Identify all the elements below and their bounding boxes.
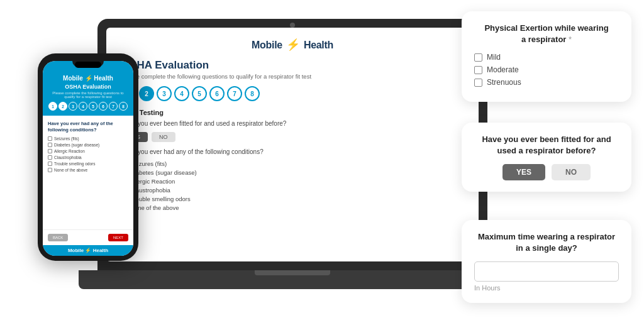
phone-notch — [72, 58, 104, 67]
ph-checkbox-allergic[interactable] — [48, 149, 52, 153]
phone-footer-buttons: BACK NEXT — [43, 229, 133, 245]
laptop-screen: Mobile ⚡ Health OSHA Evaluation Please c… — [106, 28, 479, 261]
phone-form-title: OSHA Evaluation — [48, 84, 128, 90]
popup-physical-title: Physical Exertion while wearinga respira… — [474, 23, 619, 45]
step-2: 2 — [139, 86, 154, 101]
popup-physical-required: * — [569, 35, 572, 44]
phone-next-button[interactable]: NEXT — [108, 234, 128, 241]
ph-step-3: 3 — [69, 102, 77, 111]
popup-maximum-hint: In Hours — [474, 284, 619, 292]
ph-condition-allergic[interactable]: Allergic Reaction — [48, 149, 128, 153]
ph-condition-seizures[interactable]: Seizures (fits) — [48, 136, 128, 141]
ph-step-2: 2 — [58, 102, 67, 111]
laptop-yes-no: YES NO — [121, 132, 464, 142]
popup-fitted-no-button[interactable]: NO — [552, 164, 591, 180]
laptop-screen-content: Mobile ⚡ Health OSHA Evaluation Please c… — [106, 28, 479, 261]
laptop-logo-text: Mobile ⚡ Health — [252, 38, 333, 52]
phone-logo: Mobile ⚡ Health — [48, 75, 128, 82]
phone-device: Mobile ⚡ Health OSHA Evaluation Please c… — [38, 53, 138, 261]
ph-step-7: 7 — [109, 102, 118, 111]
step-7: 7 — [227, 86, 242, 101]
condition-allergic[interactable]: Allergic Reaction — [121, 178, 464, 185]
scene: Mobile ⚡ Health OSHA Evaluation Please c… — [0, 0, 644, 335]
step-3: 3 — [157, 86, 172, 101]
popup-maximum-time: Maximum time wearing a respirator in a s… — [462, 220, 631, 303]
option-moderate[interactable]: Moderate — [474, 65, 619, 74]
ph-condition-diabetes[interactable]: Diabetes (sugar disease) — [48, 143, 128, 147]
ph-condition-none[interactable]: None of the above — [48, 168, 128, 172]
ph-step-4: 4 — [79, 102, 87, 111]
laptop-base — [79, 270, 506, 289]
laptop-conditions-list: Seizures (fits) Diabetes (sugar disease)… — [121, 160, 464, 211]
laptop-logo-icon: ⚡ — [286, 38, 300, 51]
phone-bottom-bar: Mobile ⚡ Health — [43, 245, 133, 256]
phone-question: Have you ever had any of the following c… — [48, 121, 128, 133]
phone-screen: Mobile ⚡ Health OSHA Evaluation Please c… — [43, 61, 133, 256]
popup-fitted-respirator: Have you ever been fitted for and used a… — [462, 123, 631, 192]
step-5: 5 — [192, 86, 207, 101]
ph-step-6: 6 — [99, 102, 108, 111]
label-moderate: Moderate — [487, 65, 519, 74]
phone-bottom-logo-icon: ⚡ — [85, 248, 91, 253]
ph-checkbox-trouble-smell[interactable] — [48, 162, 52, 166]
checkbox-strenuous[interactable] — [474, 79, 482, 87]
laptop-no-button[interactable]: NO — [152, 132, 175, 142]
condition-diabetes[interactable]: Diabetes (sugar disease) — [121, 169, 464, 176]
phone-logo-icon: ⚡ — [85, 75, 92, 82]
laptop-question2: Have you ever had any of the following c… — [121, 148, 464, 155]
laptop-section-label: Prior Testing — [121, 109, 464, 116]
condition-trouble-smell[interactable]: Trouble smelling odors — [121, 195, 464, 202]
phone-form-subtitle: Please complete the following questions … — [48, 91, 128, 99]
option-strenuous[interactable]: Strenuous — [474, 78, 619, 87]
laptop-device: Mobile ⚡ Health OSHA Evaluation Please c… — [97, 19, 487, 289]
label-mild: Mild — [487, 53, 501, 62]
popup-physical-exertion: Physical Exertion while wearinga respira… — [462, 11, 631, 102]
ph-condition-trouble-smell[interactable]: Trouble smelling odors — [48, 162, 128, 166]
option-mild[interactable]: Mild — [474, 53, 619, 62]
ph-step-1: 1 — [48, 102, 57, 111]
checkbox-mild[interactable] — [474, 53, 482, 62]
label-strenuous: Strenuous — [487, 78, 521, 87]
ph-condition-claustrophobia[interactable]: Claustrophobia — [48, 155, 128, 160]
ph-step-5: 5 — [89, 102, 97, 111]
popup-fitted-yes-button[interactable]: YES — [502, 164, 545, 180]
ph-checkbox-diabetes[interactable] — [48, 143, 52, 147]
step-4: 4 — [174, 86, 189, 101]
phone-header: Mobile ⚡ Health OSHA Evaluation Please c… — [43, 61, 133, 116]
ph-checkbox-seizures[interactable] — [48, 136, 52, 141]
laptop-camera — [290, 23, 295, 28]
step-6: 6 — [209, 86, 225, 101]
laptop-form-title: OSHA Evaluation — [121, 59, 464, 72]
phone-bottom-logo: Mobile ⚡ Health — [48, 248, 128, 253]
popup-physical-options: Mild Moderate Strenuous — [474, 53, 619, 87]
ph-step-8: 8 — [119, 102, 128, 111]
laptop-logo: Mobile ⚡ Health — [121, 38, 464, 52]
step-8: 8 — [245, 86, 260, 101]
condition-none[interactable]: None of the above — [121, 204, 464, 211]
phone-conditions-list: Seizures (fits) Diabetes (sugar disease)… — [48, 136, 128, 172]
laptop-step-indicator: 1 2 3 4 5 6 7 8 — [121, 86, 464, 101]
laptop-body: Mobile ⚡ Health OSHA Evaluation Please c… — [97, 19, 487, 270]
phone-body: Have you ever had any of the following c… — [43, 116, 133, 229]
ph-checkbox-claustrophobia[interactable] — [48, 155, 52, 160]
laptop-question1: Have you ever been fitted for and used a… — [121, 120, 464, 127]
popup-fitted-yes-no: YES NO — [474, 164, 619, 180]
popup-maximum-title: Maximum time wearing a respirator in a s… — [474, 231, 619, 254]
laptop-form-subtitle: Please complete the following questions … — [121, 73, 464, 80]
phone-notch-pill — [75, 62, 101, 68]
phone-step-indicator: 1 2 3 4 5 6 7 8 — [48, 102, 128, 111]
ph-checkbox-none[interactable] — [48, 168, 52, 172]
popup-fitted-title: Have you ever been fitted for and used a… — [474, 134, 619, 157]
checkbox-moderate[interactable] — [474, 66, 482, 74]
condition-claustrophobia[interactable]: Claustrophobia — [121, 187, 464, 194]
condition-seizures[interactable]: Seizures (fits) — [121, 160, 464, 167]
popup-maximum-input[interactable] — [474, 261, 619, 282]
phone-back-button[interactable]: BACK — [48, 234, 68, 241]
